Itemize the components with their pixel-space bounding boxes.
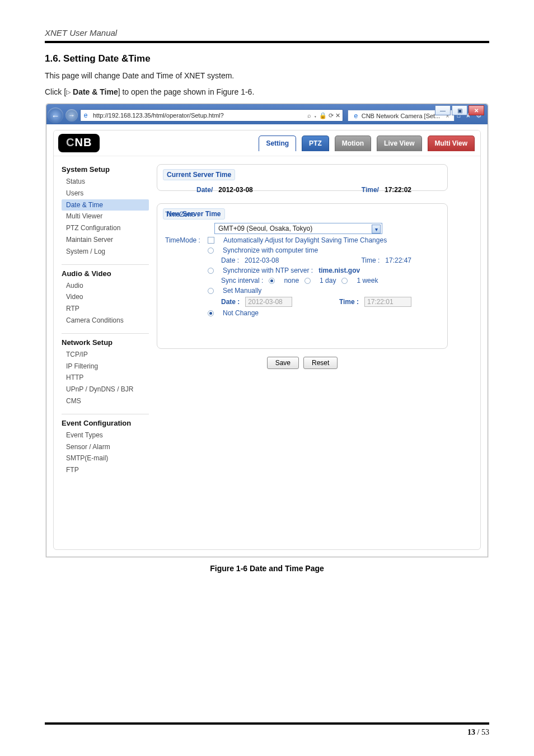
figure-caption: Figure 1-6 Date and Time Page [45,564,489,573]
pc-time-value: 17:22:47 [385,256,411,264]
sidebar-item-http[interactable]: HTTP [62,372,149,384]
radio-sync-pc[interactable] [208,248,214,254]
opt-not-change: Not Change [223,309,259,317]
sidebar-item-cms[interactable]: CMS [62,395,149,407]
address-tools[interactable]: ⌕ ▾ 🔒 ⟳ ✕ [305,110,342,121]
close-button[interactable]: ✕ [469,105,484,115]
radio-manual[interactable] [208,288,214,294]
tab-multi-view[interactable]: Multi View [428,136,475,151]
tab-motion[interactable]: Motion [335,136,371,151]
tab-setting[interactable]: Setting [259,136,296,151]
radio-sync-ntp[interactable] [208,268,214,274]
opt-sync-pc: Synchronize with computer time [223,246,318,254]
manual-time-input[interactable] [364,297,411,307]
t2: Date & Time [71,87,118,96]
page-sep: / [475,728,481,736]
sidebar-head-av: Audio & Video [62,269,149,278]
tab-ie-icon: e [353,112,359,120]
cur-time-label: Time/ [362,186,379,194]
opt-sync-ntp: Synchronize with NTP server : [223,267,313,274]
reset-button[interactable]: Reset [303,357,338,369]
t1: Click [ [45,87,66,96]
sidebar-item-camera-cond[interactable]: Camera Conditions [62,315,149,326]
sidebar-item-maintain[interactable]: Maintain Server [62,234,149,246]
chevron-down-icon: ▾ [372,225,381,234]
sidebar-item-ftp[interactable]: FTP [62,464,149,476]
sidebar-item-sensor[interactable]: Sensor / Alarm [62,441,149,453]
sidebar-item-rtp[interactable]: RTP [62,303,149,315]
radio-1day[interactable] [305,278,311,284]
lbl-none: none [284,277,299,284]
logo: CCNBNB [58,134,100,152]
cur-date-value: 2012-03-08 [218,186,252,194]
footer-rule [45,722,489,725]
section-heading: 1.6. Setting Date &Time [45,53,489,64]
sidebar-item-syslog[interactable]: System / Log [62,246,149,258]
sidebar-item-upnp[interactable]: UPnP / DynDNS / BJR [62,384,149,395]
sidebar-head-event: Event Configuration [62,419,149,427]
opt-manual: Set Manually [223,287,261,295]
manual-date-input[interactable] [245,297,292,307]
url-text: http://192.168.123.35/html/operator/Setu… [91,110,305,121]
page-total: 53 [481,728,489,736]
page-number: 13 / 53 [45,728,489,737]
sync-int-label: Sync interval : [221,277,263,284]
triangle-icon: ▷ [66,87,71,97]
header-rule [45,41,489,43]
sidebar-item-tcpip[interactable]: TCP/IP [62,349,149,361]
sidebar-item-smtp[interactable]: SMTP(E-mail) [62,452,149,464]
browser-window: — ▣ ✕ ← → e http://192.168.123.35/html/o… [46,104,488,557]
group-current-time: Current Server Time [163,169,235,180]
maximize-button[interactable]: ▣ [452,105,467,115]
sidebar-item-video[interactable]: Video [62,291,149,303]
page-current: 13 [467,728,475,736]
sidebar: System Setup Status Users Date & Time Mu… [54,156,152,549]
sidebar-head-system: System Setup [62,165,149,174]
timezone-select[interactable]: GMT+09 (Seoul, Osaka, Tokyo) ▾ [214,223,382,234]
app-frame: CCNBNB Setting PTZ Motion Live View Mult… [53,130,481,550]
tz-key: TimeZone : [165,211,199,218]
timezone-value: GMT+09 (Seoul, Osaka, Tokyo) [218,225,312,232]
sidebar-item-audio[interactable]: Audio [62,280,149,292]
cur-date-label: Date/ [196,186,213,194]
pc-date-value: 2012-03-08 [245,256,279,264]
browser-chrome: ← → e http://192.168.123.35/html/operato… [46,104,488,124]
intro-text: This page will change Date and Time of X… [45,70,489,82]
sidebar-head-network: Network Setup [62,338,149,347]
app-banner: CCNBNB Setting PTZ Motion Live View Mult… [54,130,480,156]
save-button[interactable]: Save [267,357,299,369]
tm-key: TimeMode : [165,236,200,244]
sidebar-item-multi-viewer[interactable]: Multi Viewer [62,211,149,222]
sidebar-item-date-time[interactable]: Date & Time [62,199,149,211]
cur-time-value: 17:22:02 [385,186,411,194]
ie-icon: e [81,110,91,121]
tab-live-view[interactable]: Live View [377,136,421,151]
window-controls: — ▣ ✕ [435,105,484,115]
t3: ] to open the page shown in Figure 1-6. [118,87,255,96]
minimize-button[interactable]: — [435,105,451,115]
dst-checkbox[interactable] [208,237,214,244]
radio-not-change[interactable] [208,310,214,316]
lbl-1day: 1 day [320,277,336,284]
click-instruction: Click [▷ Date & Time] to open the page s… [45,86,489,98]
doc-header: XNET User Manual [45,28,489,38]
settings-panel: Current Server Time Date/ 2012-03-08 Tim… [152,156,480,549]
radio-none[interactable] [269,278,275,284]
sidebar-item-ptz-config[interactable]: PTZ Configuration [62,222,149,234]
radio-1week[interactable] [341,278,348,284]
pc-time-label: Time : [361,256,380,264]
man-date-label: Date : [221,298,240,306]
address-bar[interactable]: e http://192.168.123.35/html/operator/Se… [80,109,343,122]
man-time-label: Time : [339,298,359,306]
ntp-host: time.nist.gov [318,267,360,274]
tab-title: CNB Network Camera [Set... [362,113,441,119]
sidebar-item-ipfilter[interactable]: IP Filtering [62,361,149,372]
back-button[interactable]: ← [48,108,63,123]
sidebar-item-status[interactable]: Status [62,176,149,188]
forward-button[interactable]: → [65,109,78,122]
sidebar-item-event-types[interactable]: Event Types [62,430,149,441]
dst-label: Automatically Adjust for Daylight Saving… [223,236,387,244]
sidebar-item-users[interactable]: Users [62,188,149,199]
tab-ptz[interactable]: PTZ [302,136,329,151]
pc-date-label: Date : [221,256,239,264]
